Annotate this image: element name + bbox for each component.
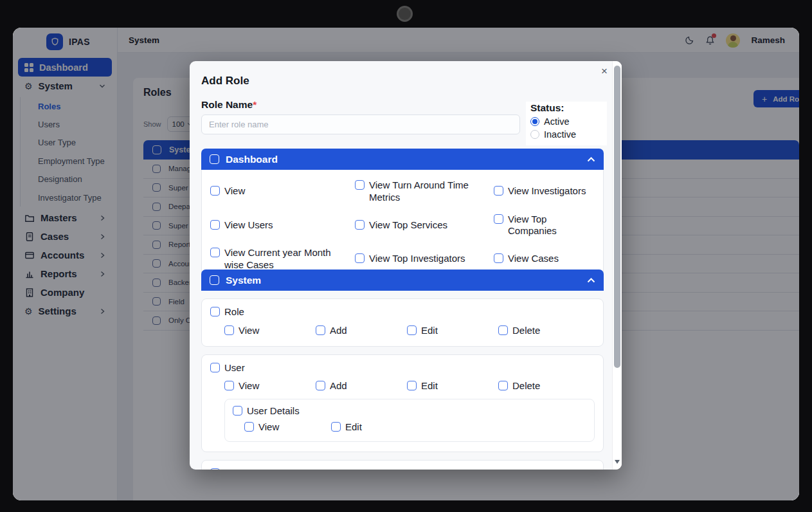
user-details-edit[interactable]: Edit — [331, 421, 418, 434]
permission-view-users[interactable]: View Users — [210, 219, 355, 232]
status-inactive-label: Inactive — [544, 129, 576, 140]
camera-dot — [397, 6, 413, 22]
section-dashboard-header[interactable]: Dashboard — [201, 149, 604, 170]
section-checkbox[interactable] — [210, 154, 219, 164]
permission-view[interactable]: View — [210, 185, 355, 197]
checkbox-icon — [233, 406, 242, 416]
permission-user[interactable]: User — [210, 362, 595, 374]
permission-view-cases[interactable]: View Cases — [494, 253, 595, 265]
system-permissions: Role View Add Edit Delete User View Add — [201, 291, 604, 470]
permission-view-current-year-month-wise-cases[interactable]: View Current year Month wise Cases — [210, 247, 355, 271]
scrollbar-thumb[interactable] — [614, 66, 620, 368]
required-asterisk: * — [253, 99, 257, 110]
checkbox-icon — [210, 468, 220, 470]
status-group: Status: Active Inactive — [526, 102, 607, 145]
modal-scrollbar[interactable] — [612, 61, 622, 470]
close-icon[interactable]: × — [601, 65, 608, 78]
checkbox-icon — [210, 220, 220, 230]
role-edit[interactable]: Edit — [407, 325, 498, 337]
chevron-up-icon — [587, 278, 595, 283]
checkbox-icon — [224, 381, 234, 390]
section-title: System — [226, 275, 261, 286]
role-name-input[interactable] — [201, 114, 520, 134]
checkbox-icon — [210, 186, 220, 196]
section-checkbox[interactable] — [210, 275, 219, 285]
permission-view-investigators[interactable]: View Investigators — [494, 185, 595, 197]
checkbox-icon — [355, 220, 365, 230]
checkbox-icon — [498, 381, 508, 390]
checkbox-icon — [494, 186, 503, 196]
app-window: IPAS Dashboard ⚙ System Roles Users User… — [13, 28, 799, 500]
permission-view-top-services[interactable]: View Top Services — [355, 219, 494, 232]
status-option-inactive[interactable]: Inactive — [530, 129, 602, 140]
chevron-up-icon — [587, 157, 595, 162]
radio-checked-icon[interactable] — [530, 117, 539, 126]
modal-title: Add Role — [201, 75, 249, 87]
status-active-label: Active — [544, 116, 570, 127]
radio-unchecked-icon[interactable] — [530, 130, 539, 139]
checkbox-icon — [316, 325, 325, 335]
role-name-label-text: Role Name — [201, 99, 253, 110]
user-delete[interactable]: Delete — [498, 380, 590, 392]
user-edit[interactable]: Edit — [407, 380, 498, 392]
section-title: Dashboard — [226, 154, 278, 165]
checkbox-icon — [355, 180, 365, 190]
role-view[interactable]: View — [224, 325, 316, 337]
role-permission-card: Role View Add Edit Delete — [201, 298, 604, 347]
role-name-label: Role Name* — [201, 99, 257, 111]
checkbox-icon — [494, 253, 503, 263]
role-add[interactable]: Add — [316, 325, 407, 337]
scrollbar-down-arrow-icon[interactable] — [615, 460, 620, 464]
checkbox-icon — [210, 248, 220, 257]
section-dashboard: Dashboard View View Turn Around Time Met… — [201, 149, 604, 283]
permission-user-details[interactable]: User Details — [233, 405, 586, 417]
dashboard-permissions: View View Turn Around Time Metrics View … — [201, 170, 604, 283]
checkbox-icon — [210, 307, 220, 316]
user-details-view[interactable]: View — [244, 421, 331, 434]
checkbox-icon — [355, 253, 365, 263]
user-details-card: User Details View Edit — [224, 399, 595, 442]
device-bezel: IPAS Dashboard ⚙ System Roles Users User… — [0, 0, 812, 512]
add-role-modal: × Add Role Role Name* Status: Active Ina… — [190, 61, 622, 470]
permission-services[interactable]: Services — [210, 468, 595, 470]
permission-view-turn-around-time-metrics[interactable]: View Turn Around Time Metrics — [355, 179, 494, 204]
checkbox-icon — [407, 325, 417, 335]
permission-view-top-investigators[interactable]: View Top Investigators — [355, 253, 494, 265]
checkbox-icon — [494, 214, 503, 224]
section-system-header[interactable]: System — [201, 270, 604, 291]
user-add[interactable]: Add — [316, 380, 407, 392]
checkbox-icon — [244, 422, 254, 432]
role-delete[interactable]: Delete — [498, 325, 590, 337]
status-option-active[interactable]: Active — [530, 116, 602, 127]
checkbox-icon — [224, 325, 234, 335]
checkbox-icon — [210, 363, 220, 372]
permission-view-top-companies[interactable]: View Top Companies — [494, 214, 595, 238]
status-label: Status: — [530, 102, 602, 114]
user-view[interactable]: View — [224, 380, 316, 392]
services-permission-card: Services — [201, 460, 604, 470]
checkbox-icon — [407, 381, 417, 390]
permission-role[interactable]: Role — [210, 306, 595, 318]
checkbox-icon — [331, 422, 341, 432]
section-system: System Role View Add Edit Delete — [201, 270, 604, 470]
checkbox-icon — [498, 325, 508, 335]
user-permission-card: User View Add Edit Delete User Details V… — [201, 354, 604, 452]
checkbox-icon — [316, 381, 325, 390]
